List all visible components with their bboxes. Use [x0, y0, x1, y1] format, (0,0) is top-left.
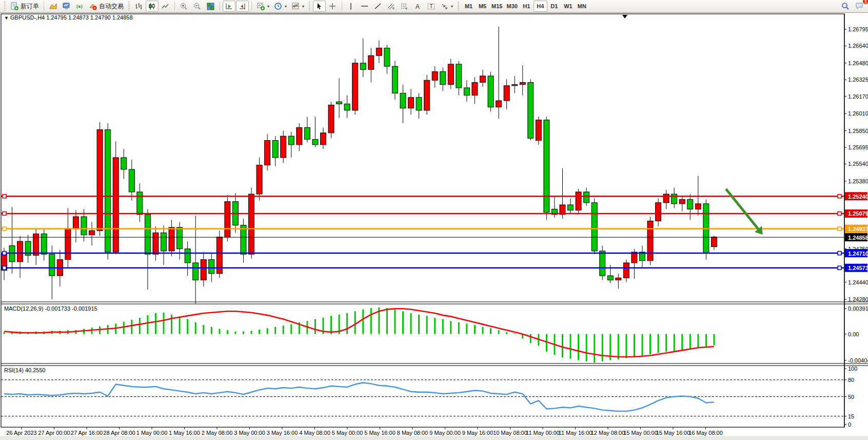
- rsi-tick-label: 0: [848, 422, 851, 428]
- date-tick-label: 5 May 16:00: [364, 430, 396, 436]
- svg-text:E: E: [392, 7, 394, 10]
- toolbar-separator: [174, 2, 175, 11]
- candle: [536, 117, 541, 144]
- date-tick-label: 9 May 16:00: [462, 430, 494, 436]
- vertical-line-button[interactable]: [345, 1, 358, 12]
- macd-tick-label: -0.004049: [848, 357, 868, 364]
- search-button[interactable]: [839, 1, 852, 12]
- tab-timeframe-D1[interactable]: D1: [547, 1, 561, 12]
- tab-timeframe-M30[interactable]: M30: [504, 1, 519, 12]
- market-watch-button[interactable]: [60, 1, 73, 12]
- tab-timeframe-M5[interactable]: M5: [476, 1, 489, 12]
- bar-chart-icon: [134, 2, 143, 11]
- price-tick-label: 1.26795: [848, 26, 868, 32]
- tab-timeframe-H4[interactable]: H4: [534, 1, 547, 12]
- tile-windows-icon: [206, 2, 215, 11]
- line-handle[interactable]: [838, 212, 841, 215]
- horizontal-line-button[interactable]: [358, 1, 371, 12]
- fibonacci-button[interactable]: F: [398, 1, 411, 12]
- tab-timeframe-H1[interactable]: H1: [520, 1, 534, 12]
- price-line-label: 1.24710: [848, 251, 868, 257]
- profiles-button[interactable]: [47, 1, 60, 12]
- chart-shift-icon: [238, 2, 247, 11]
- price-tick-label: 1.25695: [848, 144, 868, 150]
- date-tick-label: 11 May 00:00: [526, 430, 560, 436]
- price-tick-label: 1.26480: [848, 60, 868, 66]
- candle: [424, 75, 430, 114]
- svg-text:T: T: [430, 4, 433, 9]
- notification-badge: 1: [862, 0, 868, 5]
- crosshair-button[interactable]: [326, 1, 339, 12]
- channel-button[interactable]: E: [385, 1, 398, 12]
- horizontal-line-icon: [360, 2, 369, 11]
- date-tick-label: 8 May 08:00: [397, 430, 428, 436]
- auto-trading-button[interactable]: 自动交易: [87, 1, 126, 12]
- indicators-caret: ▾: [302, 4, 304, 9]
- indicators-button[interactable]: ▾: [289, 1, 306, 12]
- candle: [97, 122, 103, 236]
- cursor-icon: [315, 2, 324, 11]
- signals-button[interactable]: [73, 1, 86, 12]
- bar-chart-button[interactable]: [132, 1, 145, 12]
- price-tick-label: 1.26325: [848, 76, 868, 83]
- macd-tick-label: 0.00: [848, 331, 859, 337]
- auto-trading-icon: [89, 2, 97, 11]
- svg-text:F: F: [406, 7, 408, 10]
- line-handle[interactable]: [3, 212, 6, 215]
- cursor-button[interactable]: [313, 1, 326, 12]
- date-tick-label: 1 May 00:00: [136, 430, 168, 436]
- arrows-button[interactable]: ▾: [438, 1, 455, 12]
- price-tick-label: 1.25540: [848, 161, 868, 167]
- toolbar-grip: [308, 2, 311, 11]
- line-handle[interactable]: [838, 227, 841, 231]
- text-button[interactable]: A: [411, 1, 424, 12]
- zoom-out-button[interactable]: [191, 1, 204, 12]
- line-handle[interactable]: [3, 266, 6, 270]
- timeframe-switcher: M1M5M15M30H1H4D1W1MN: [462, 1, 589, 12]
- candle: [488, 72, 494, 111]
- candle: [105, 123, 111, 260]
- line-chart-button[interactable]: [159, 1, 172, 12]
- candle: [703, 199, 709, 259]
- zoom-in-button[interactable]: [177, 1, 190, 12]
- auto-scroll-button[interactable]: [223, 1, 235, 12]
- line-handle[interactable]: [3, 227, 6, 231]
- price-tick-label: 1.26010: [848, 110, 868, 117]
- tab-timeframe-W1[interactable]: W1: [561, 1, 575, 12]
- candle: [544, 117, 549, 220]
- date-tick-label: 1 May 16:00: [169, 430, 200, 436]
- line-handle[interactable]: [3, 195, 6, 198]
- periods-button[interactable]: ▾: [272, 1, 289, 12]
- line-handle[interactable]: [838, 266, 841, 270]
- date-tick-label: 3 May 00:00: [234, 430, 265, 436]
- rsi-label: RSI(14) 40.2550: [4, 367, 46, 373]
- tab-timeframe-MN[interactable]: MN: [575, 1, 589, 12]
- text-icon: A: [413, 2, 422, 11]
- toolbar-separator: [342, 2, 342, 11]
- tile-windows-button[interactable]: [204, 1, 217, 12]
- trendline-button[interactable]: [371, 1, 384, 12]
- line-handle[interactable]: [838, 195, 841, 198]
- new-chart-button[interactable]: ▾: [254, 1, 271, 12]
- svg-text:A: A: [416, 3, 420, 10]
- chart-shift-button[interactable]: [236, 1, 249, 12]
- line-handle[interactable]: [3, 252, 6, 255]
- toolbar-grip: [4, 2, 6, 11]
- price-line-label: 1.24858: [848, 235, 868, 241]
- new-order-button[interactable]: 新订单: [8, 1, 41, 12]
- line-handle[interactable]: [838, 252, 841, 255]
- symbol-quote-label: GBPUSD-,H4 1.24795 1.24873 1.24790 1.248…: [10, 14, 133, 21]
- tab-timeframe-M15[interactable]: M15: [489, 1, 504, 12]
- text-label-button[interactable]: T: [425, 1, 438, 12]
- rsi-tick-label: 80: [848, 377, 854, 383]
- svg-text:▼: ▼: [4, 15, 9, 21]
- tab-timeframe-M1[interactable]: M1: [462, 1, 476, 12]
- window-bottom-strip: [0, 436, 868, 440]
- candle: [216, 231, 222, 278]
- rsi-tick-label: 15: [848, 413, 854, 419]
- date-tick-label: 27 Apr 16:00: [71, 430, 103, 436]
- candlestick-chart-button[interactable]: [146, 1, 159, 12]
- date-tick-label: 5 May 00:00: [332, 430, 363, 436]
- chart-canvas[interactable]: ▼GBPUSD-,H4 1.24795 1.24873 1.24790 1.24…: [0, 13, 868, 440]
- date-tick-label: 26 Apr 2023: [6, 430, 36, 436]
